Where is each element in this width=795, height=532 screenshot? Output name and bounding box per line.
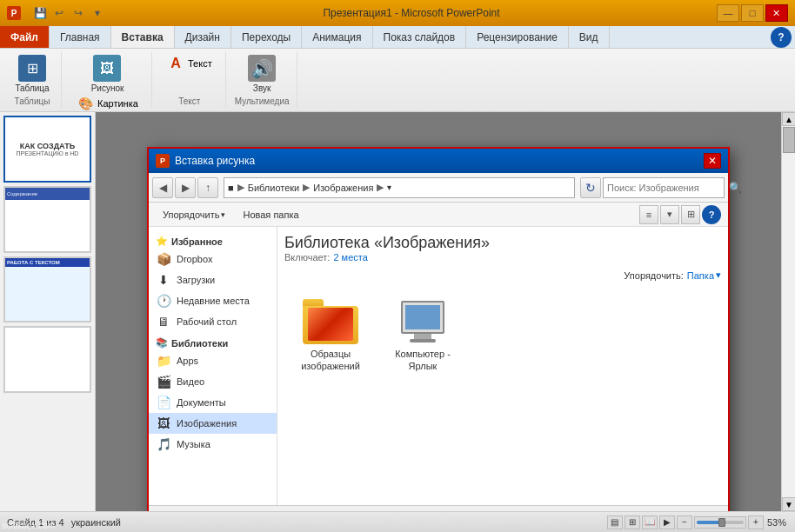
scroll-up-button[interactable]: ▲ <box>782 112 795 126</box>
library-count-link[interactable]: 2 места <box>333 252 367 263</box>
addr-images: Изображения <box>313 183 373 193</box>
dialog-toolbar2: Упорядочить ▾ Новая папка ≡ ▾ ⊞ ? <box>149 203 728 227</box>
zoom-out-btn[interactable]: − <box>677 515 692 529</box>
dialog-body: ⭐ Избранное 📦 Dropbox ⬇ Загрузки <box>149 227 728 505</box>
organize-button[interactable]: Упорядочить ▾ <box>156 205 232 224</box>
addr-sep3: ▶ <box>377 182 384 193</box>
tab-animations[interactable]: Анимация <box>302 26 372 48</box>
app-icon: P <box>7 6 21 20</box>
scroll-thumb[interactable] <box>783 127 795 153</box>
search-input[interactable] <box>607 183 727 193</box>
ribbon-group-sound: 🔊 Звук Мультимедиа <box>228 52 297 108</box>
left-item-images[interactable]: 🖼 Изображения <box>149 413 277 434</box>
normal-view-btn[interactable]: ▤ <box>607 515 623 529</box>
file-label-computer: Компьютер - Ярлык <box>388 348 458 373</box>
text-button[interactable]: A Текст <box>161 54 218 73</box>
tab-insert[interactable]: Вставка <box>111 26 175 48</box>
view-large-btn[interactable]: ⊞ <box>681 205 700 224</box>
slideshow-btn[interactable]: ▶ <box>659 515 675 529</box>
ribbon-group-more: A Текст Текст <box>154 52 226 108</box>
clipart-button[interactable]: 🎨 Картинка <box>70 94 144 111</box>
left-panel: ⭐ Избранное 📦 Dropbox ⬇ Загрузки <box>149 227 277 505</box>
tab-view[interactable]: Вид <box>569 26 610 48</box>
addr-sep1: ▶ <box>237 182 244 193</box>
left-item-music[interactable]: 🎵 Музыка <box>149 434 277 455</box>
slide-thumb-1[interactable]: 1 КАК СОЗДАТЬ ПРЕЗЕНТАЦИЮ в HD <box>3 116 91 183</box>
maximize-button[interactable]: □ <box>741 4 764 22</box>
arrange-value-btn[interactable]: Папка ▾ <box>687 269 721 281</box>
view-details-btn[interactable]: ▾ <box>660 205 679 224</box>
dialog-overlay: P Вставка рисунка ✕ ◀ ▶ ↑ ■ ▶ Библиотеки <box>96 112 781 511</box>
file-item-samples[interactable]: Образцы изображений <box>291 295 370 377</box>
slide-sorter-btn[interactable]: ⊞ <box>625 515 640 529</box>
up-button[interactable]: ↑ <box>197 177 218 198</box>
right-scrollbar: ▲ ▼ <box>781 112 795 511</box>
addr-dropdown-btn[interactable]: ▾ <box>387 183 401 192</box>
scroll-down-button[interactable]: ▼ <box>782 497 795 511</box>
table-icon: ⊞ <box>18 55 46 82</box>
search-icon[interactable]: 🔍 <box>729 182 742 194</box>
multimedia-label: Мультимедиа <box>235 95 290 106</box>
picture-icon: 🖼 <box>93 55 121 82</box>
slide-thumb-2[interactable]: 2 Содержание <box>3 186 91 253</box>
tables-label: Таблицы <box>15 95 50 106</box>
apps-folder-icon: 📁 <box>156 353 171 369</box>
slide-1-preview: КАК СОЗДАТЬ ПРЕЗЕНТАЦИЮ в HD <box>5 117 90 181</box>
picture-button[interactable]: 🖼 Рисунок <box>85 54 129 94</box>
left-item-apps[interactable]: 📁 Apps <box>149 350 277 371</box>
monitor-base <box>410 339 436 342</box>
tab-review[interactable]: Рецензирование <box>466 26 569 48</box>
close-button[interactable]: ✕ <box>765 4 788 22</box>
ribbon-group-images: 🖼 Рисунок 🎨 Картинка △ Фигуры ▾ Изображе… <box>63 52 152 108</box>
slide-thumb-4[interactable]: 4 <box>3 326 91 393</box>
library-header: Библиотека «Изображения» Включает: 2 мес… <box>284 234 721 263</box>
slide-2-preview: Содержание <box>5 188 90 251</box>
scroll-track[interactable] <box>782 126 795 497</box>
refresh-button[interactable]: ↻ <box>580 177 601 198</box>
left-item-recent[interactable]: 🕐 Недавние места <box>149 290 277 311</box>
clipart-icon: 🎨 <box>77 95 94 111</box>
help-button[interactable]: ? <box>771 27 792 48</box>
sound-button[interactable]: 🔊 Звук <box>240 54 284 94</box>
dialog-close-button[interactable]: ✕ <box>704 153 721 169</box>
new-folder-button[interactable]: Новая папка <box>236 205 305 224</box>
language-info: украинский <box>71 517 121 528</box>
slide-thumb-3[interactable]: 3 РАБОТА С ТЕКСТОМ <box>3 256 91 323</box>
title-bar-left: P 💾 ↩ ↪ ▾ <box>7 4 106 22</box>
left-item-video[interactable]: 🎬 Видео <box>149 371 277 392</box>
dialog-bottom: Имя файла: Все рисунки Сервис ▾ <box>149 505 728 511</box>
view-list-btn[interactable]: ≡ <box>639 205 658 224</box>
zoom-slider[interactable] <box>694 516 746 529</box>
customize-quick-btn[interactable]: ▾ <box>89 4 106 22</box>
library-title: Библиотека «Изображения» <box>284 234 721 252</box>
title-bar: P 💾 ↩ ↪ ▾ Презентация1 - Microsoft Power… <box>0 0 795 26</box>
file-item-computer[interactable]: Компьютер - Ярлык <box>384 295 462 377</box>
tab-file[interactable]: Файл <box>0 26 50 48</box>
monitor-screen <box>405 305 440 329</box>
search-box[interactable]: 🔍 <box>603 177 725 198</box>
minimize-button[interactable]: — <box>717 4 739 22</box>
quick-access-toolbar: 💾 ↩ ↪ ▾ <box>31 4 106 22</box>
table-button[interactable]: ⊞ Таблица <box>10 54 54 94</box>
forward-button[interactable]: ▶ <box>175 177 196 198</box>
zoom-in-btn[interactable]: + <box>748 515 764 529</box>
back-button[interactable]: ◀ <box>152 177 173 198</box>
tab-home[interactable]: Главная <box>50 26 111 48</box>
left-item-documents[interactable]: 📄 Документы <box>149 392 277 413</box>
left-item-dropbox[interactable]: 📦 Dropbox <box>149 249 277 269</box>
misc-label: Текст <box>178 95 200 106</box>
left-item-desktop[interactable]: 🖥 Рабочий стол <box>149 311 277 332</box>
reading-view-btn[interactable]: 📖 <box>642 515 658 529</box>
address-bar[interactable]: ■ ▶ Библиотеки ▶ Изображения ▶ ▾ <box>224 177 575 198</box>
tab-transitions[interactable]: Переходы <box>231 26 302 48</box>
documents-icon: 📄 <box>156 395 171 410</box>
save-quick-btn[interactable]: 💾 <box>31 4 49 22</box>
tab-design[interactable]: Дизайн <box>175 26 231 48</box>
dialog-help-button[interactable]: ? <box>702 205 721 224</box>
powerpoint-window: P 💾 ↩ ↪ ▾ Презентация1 - Microsoft Power… <box>0 0 795 532</box>
tab-slideshow[interactable]: Показ слайдов <box>373 26 467 48</box>
left-item-downloads[interactable]: ⬇ Загрузки <box>149 269 277 290</box>
undo-quick-btn[interactable]: ↩ <box>50 4 68 22</box>
monitor-shape <box>401 301 444 334</box>
redo-quick-btn[interactable]: ↪ <box>70 4 87 22</box>
